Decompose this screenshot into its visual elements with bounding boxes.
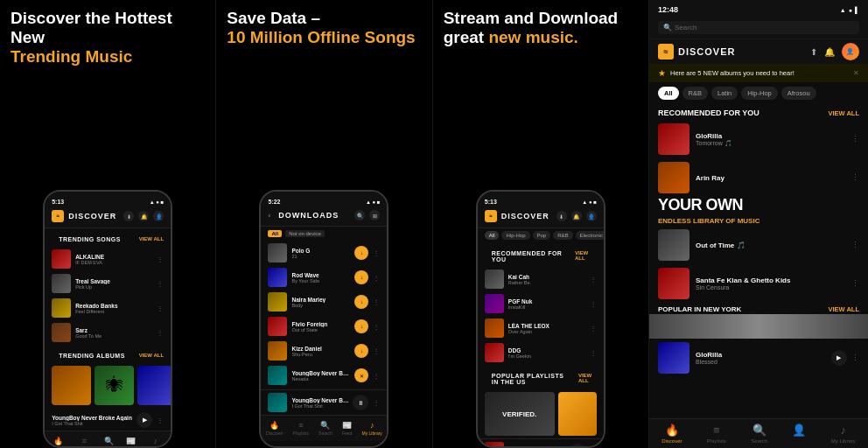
app-nav-user[interactable]: 👤	[792, 424, 806, 444]
download-status-icon[interactable]: ↓	[354, 270, 368, 284]
app-nav-search[interactable]: 🔍 Search	[751, 424, 767, 444]
nav-search[interactable]: 🔍Search	[102, 437, 116, 446]
list-item[interactable]: GloRilla Blessed ▶ ⋮	[649, 339, 868, 377]
popular-ny-view-all[interactable]: VIEW ALL	[828, 305, 859, 313]
download-status-icon[interactable]: ↓	[354, 344, 368, 358]
pause-button[interactable]: ⏸	[353, 395, 368, 410]
list-item[interactable]: ALKALINE IF DEM EVA ⋮	[45, 247, 171, 271]
playlist-thumb[interactable]	[558, 392, 597, 436]
list-item[interactable]: Santa Fe Klan & Ghetto Kids Sin Censura …	[649, 264, 868, 303]
more-icon[interactable]: ⋮	[590, 300, 597, 308]
nav-discover[interactable]: 🔥Discover	[50, 437, 66, 446]
more-icon[interactable]: ⋮	[851, 173, 859, 182]
list-item[interactable]: PGF Nuk InstaKill ⋮	[478, 291, 604, 316]
list-item[interactable]: Reekado Banks Feel Different ⋮	[45, 296, 171, 320]
filter-all-tag[interactable]: All	[268, 230, 282, 237]
bell-icon-1[interactable]: 🔔	[138, 211, 149, 221]
more-icon[interactable]: ⋮	[373, 372, 380, 380]
genre-tab-hiphop[interactable]: Hip-Hop	[741, 87, 778, 100]
more-icon[interactable]: ⋮	[590, 325, 597, 332]
more-icon[interactable]: ⋮	[851, 135, 859, 144]
app-search-bar[interactable]: 🔍 Search	[658, 21, 859, 34]
list-item[interactable]: Arin Ray ⋮	[649, 158, 868, 197]
play-button[interactable]: ▶	[831, 350, 847, 366]
nav-feed[interactable]: 📰Feed	[126, 437, 136, 446]
play-button[interactable]: ▶	[136, 412, 152, 428]
more-icon[interactable]: ⋮	[157, 304, 164, 312]
filter-not-on-device-tag[interactable]: Not on device	[285, 230, 325, 237]
nav-playlists[interactable]: ≡Playlists	[293, 421, 309, 436]
back-icon[interactable]: ‹	[268, 212, 270, 220]
more-icon[interactable]: ⋮	[851, 241, 859, 249]
nav-discover[interactable]: 🔥Discover	[266, 421, 283, 436]
list-item[interactable]: Fivio Foreign Out of State ↓ ⋮	[261, 314, 387, 339]
bell-icon-3[interactable]: 🔔	[571, 211, 582, 221]
more-icon[interactable]: ⋮	[373, 323, 380, 331]
bell-icon[interactable]: 🔔	[824, 47, 835, 57]
list-item[interactable]: Naira Marley Body ↓ ⋮	[261, 290, 387, 314]
list-item[interactable]: YoungBoy Never Broke Again I Got That Sh…	[45, 410, 171, 430]
nav-library[interactable]: ♪My Library	[145, 437, 165, 446]
nav-playlists[interactable]: ≡Playlists	[76, 437, 92, 446]
more-icon[interactable]: ⋮	[157, 256, 164, 263]
app-nav-playlists[interactable]: ≡ Playlists	[707, 424, 726, 444]
more-icon[interactable]: ⋮	[373, 399, 380, 407]
play-button[interactable]: ▶	[570, 444, 585, 446]
user-avatar[interactable]: 👤	[842, 43, 859, 60]
more-icon[interactable]: ⋮	[851, 279, 859, 288]
download-status-icon[interactable]: ↓	[354, 319, 368, 333]
list-item[interactable]: Rod Wave By Your Side ↓ ⋮	[261, 265, 387, 290]
filter-tab-rnb[interactable]: R&B	[553, 231, 572, 240]
recommended-view-all[interactable]: VIEW ALL	[575, 250, 597, 261]
list-item[interactable]: DDG I'm Geekin ⋮	[478, 340, 604, 365]
filter-icon-2[interactable]: ⊞	[369, 210, 380, 220]
download-icon-1[interactable]: ⬇	[123, 211, 134, 221]
more-icon[interactable]: ⋮	[157, 329, 164, 337]
upload-icon[interactable]: ⬆	[810, 47, 817, 57]
playlist-thumb[interactable]: VERIFIED.	[485, 392, 555, 436]
list-item[interactable]: LÉA THE LEOX Over Again ⋮	[478, 316, 604, 340]
genre-tab-rnb[interactable]: R&B	[682, 87, 708, 100]
album-thumb[interactable]	[52, 366, 91, 405]
more-icon[interactable]: ⋮	[373, 249, 380, 257]
list-item[interactable]: Polo G 21 ↓ ⋮	[261, 241, 387, 265]
album-thumb[interactable]: 🕷	[94, 366, 134, 405]
more-icon[interactable]: ⋮	[157, 280, 164, 288]
more-icon[interactable]: ⋮	[373, 347, 380, 355]
list-item[interactable]: YoungBoy Never Broke Again Nevada ✕ ⋮	[261, 363, 387, 388]
filter-tab-hiphop[interactable]: Hip-Hop	[501, 231, 529, 240]
filter-tab-pop[interactable]: Pop	[533, 231, 551, 240]
list-item[interactable]: Out of Time 🎵 ⋮	[649, 226, 868, 264]
nav-library[interactable]: ♪My Library	[362, 421, 382, 436]
more-icon[interactable]: ⋮	[851, 354, 859, 362]
search-icon-2[interactable]: 🔍	[354, 210, 365, 220]
download-cancel-icon[interactable]: ✕	[354, 368, 368, 382]
app-nav-library[interactable]: ♪ My Library	[831, 424, 856, 444]
avatar-1[interactable]: 👤	[153, 211, 164, 221]
list-item[interactable]: Sarz Good To Me ⋮	[45, 320, 171, 345]
trending-albums-view-all[interactable]: VIEW ALL	[139, 353, 164, 358]
more-icon[interactable]: ⋮	[590, 349, 597, 357]
album-thumb[interactable]	[137, 366, 171, 405]
more-icon[interactable]: ⋮	[590, 276, 597, 284]
banner-close-icon[interactable]: ✕	[853, 69, 859, 77]
filter-tab-electronic[interactable]: Electronic	[576, 231, 604, 240]
list-item[interactable]: Kai Cah Rather Be. ⋮	[478, 267, 604, 291]
download-status-icon[interactable]: ↓	[354, 246, 368, 260]
avatar-3[interactable]: 👤	[586, 211, 597, 221]
genre-tab-latin[interactable]: Latin	[711, 87, 738, 100]
list-item[interactable]: GloRilla Tomorrow 🎵 ⋮	[649, 120, 868, 158]
filter-tab-all[interactable]: All	[485, 231, 500, 240]
more-icon[interactable]: ⋮	[373, 274, 380, 282]
nav-feed[interactable]: 📰Feed	[342, 421, 352, 436]
nav-search[interactable]: 🔍Search	[318, 421, 332, 436]
list-item[interactable]: Treal Savage Pick Up ⋮	[45, 271, 171, 296]
popular-view-all[interactable]: VIEW ALL	[578, 373, 597, 383]
more-icon[interactable]: ⋮	[373, 298, 380, 306]
genre-tab-afrosouk[interactable]: Afrosou	[781, 87, 816, 100]
genre-tab-all[interactable]: All	[658, 87, 679, 100]
download-status-icon[interactable]: ↓	[354, 295, 368, 309]
list-item[interactable]: Kizz Daniel Shu-Peru ↓ ⋮	[261, 339, 387, 363]
more-icon[interactable]: ⋮	[157, 416, 164, 424]
download-icon-3[interactable]: ⬇	[556, 211, 567, 221]
